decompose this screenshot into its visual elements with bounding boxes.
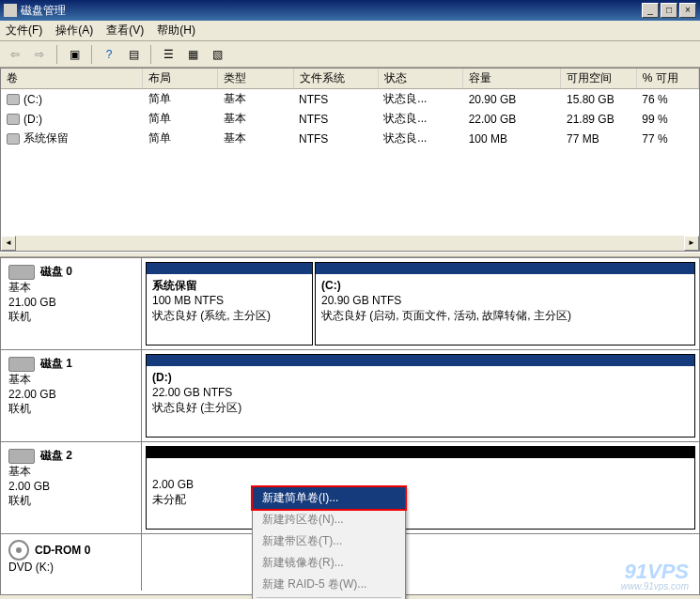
cdrom-icon	[8, 540, 29, 561]
partition-title: (D:)	[152, 371, 172, 384]
col-type[interactable]: 类型	[218, 69, 293, 89]
disk-label: 磁盘 0	[40, 264, 72, 280]
window-buttons: _ □ ×	[642, 3, 696, 18]
disk-kind: 基本	[8, 280, 133, 296]
volume-icon	[7, 114, 20, 125]
toolbar-separator	[91, 45, 92, 64]
vol-status: 状态良...	[378, 129, 462, 148]
partition-unallocated[interactable]: 2.00 GB 未分配	[146, 446, 695, 530]
vol-name: (D:)	[23, 113, 42, 126]
toolbar-separator	[56, 45, 57, 64]
close-button[interactable]: ×	[679, 3, 696, 18]
window-title: 磁盘管理	[21, 3, 642, 19]
vol-status: 状态良...	[378, 109, 462, 129]
partition-stripe	[147, 355, 694, 366]
volume-row[interactable]: 系统保留 简单 基本 NTFS 状态良... 100 MB 77 MB 77 %	[1, 129, 699, 148]
toolbar-separator	[150, 45, 151, 64]
menu-file[interactable]: 文件(F)	[6, 23, 42, 38]
vol-name: 系统保留	[23, 131, 69, 145]
partition-size: 100 MB NTFS	[152, 294, 224, 307]
vol-status: 状态良...	[378, 89, 462, 110]
cdrom-header[interactable]: CD-ROM 0 DVD (K:)	[1, 534, 142, 591]
cdrom-body	[142, 534, 699, 591]
view-top-button[interactable]: ☰	[159, 45, 178, 64]
disk-size: 2.00 GB	[8, 480, 133, 493]
partition-status: 未分配	[152, 493, 186, 506]
context-menu: 新建简单卷(I)... 新建跨区卷(N)... 新建带区卷(T)... 新建镜像…	[252, 486, 406, 599]
toolbar: ⇦ ⇨ ▣ ? ▤ ☰ ▦ ▧	[0, 41, 700, 68]
forward-button[interactable]: ⇨	[30, 45, 49, 64]
partition-size: 22.00 GB NTFS	[152, 386, 232, 399]
disk-row: 磁盘 1 基本 22.00 GB 联机 (D:) 22.00 GB NTFS 状…	[1, 350, 699, 442]
col-status[interactable]: 状态	[378, 69, 462, 89]
scroll-track[interactable]	[16, 236, 684, 251]
disk-row: 磁盘 0 基本 21.00 GB 联机 系统保留 100 MB NTFS 状态良…	[1, 258, 699, 350]
menu-new-raid5-volume: 新建 RAID-5 卷(W)...	[253, 574, 405, 595]
col-capacity[interactable]: 容量	[463, 69, 561, 89]
vol-capacity: 100 MB	[463, 129, 561, 148]
menu-help[interactable]: 帮助(H)	[157, 23, 195, 38]
menu-view[interactable]: 查看(V)	[106, 23, 144, 38]
maximize-button[interactable]: □	[661, 3, 677, 18]
vol-capacity: 22.00 GB	[463, 109, 561, 129]
disk-header[interactable]: 磁盘 2 基本 2.00 GB 联机	[1, 442, 142, 533]
scroll-right-button[interactable]: ►	[684, 236, 699, 251]
settings-button[interactable]: ▧	[208, 45, 226, 64]
vol-free: 77 MB	[561, 129, 636, 148]
disk-label: 磁盘 1	[40, 356, 72, 372]
volume-row[interactable]: (C:) 简单 基本 NTFS 状态良... 20.90 GB 15.80 GB…	[1, 89, 699, 110]
partition-stripe	[147, 447, 694, 458]
vol-type: 基本	[218, 129, 293, 148]
col-volume[interactable]: 卷	[1, 69, 143, 89]
volume-list-pane: 卷 布局 类型 文件系统 状态 容量 可用空间 % 可用 (C:) 简单 基本 …	[0, 68, 700, 252]
disk-icon	[8, 449, 35, 464]
vol-name: (C:)	[23, 93, 42, 106]
vol-fs: NTFS	[293, 129, 378, 148]
scroll-left-button[interactable]: ◄	[1, 236, 16, 251]
col-layout[interactable]: 布局	[143, 69, 218, 89]
partition-status: 状态良好 (主分区)	[152, 401, 241, 414]
volume-row[interactable]: (D:) 简单 基本 NTFS 状态良... 22.00 GB 21.89 GB…	[1, 109, 699, 129]
cdrom-label: CD-ROM 0	[35, 544, 90, 557]
refresh-button[interactable]: ▣	[65, 45, 84, 64]
partition-status: 状态良好 (系统, 主分区)	[152, 309, 271, 322]
view-bottom-button[interactable]: ▦	[183, 45, 202, 64]
col-pctfree[interactable]: % 可用	[636, 69, 698, 89]
help-button[interactable]: ?	[100, 45, 118, 64]
action-button[interactable]: ▤	[124, 45, 143, 64]
minimize-button[interactable]: _	[642, 3, 659, 18]
disk-icon	[8, 357, 35, 372]
horizontal-scrollbar[interactable]: ◄ ►	[1, 236, 699, 251]
menu-new-striped-volume: 新建带区卷(T)...	[253, 530, 405, 552]
disk-state: 联机	[8, 401, 133, 417]
menu-action[interactable]: 操作(A)	[55, 23, 93, 38]
vol-type: 基本	[218, 89, 293, 110]
disk-size: 21.00 GB	[8, 296, 133, 309]
col-fs[interactable]: 文件系统	[293, 69, 378, 89]
menu-bar: 文件(F) 操作(A) 查看(V) 帮助(H)	[0, 21, 700, 41]
disk-header[interactable]: 磁盘 0 基本 21.00 GB 联机	[1, 258, 142, 349]
app-icon	[4, 4, 17, 17]
partition[interactable]: 系统保留 100 MB NTFS 状态良好 (系统, 主分区)	[146, 262, 313, 346]
disk-kind: 基本	[8, 464, 133, 480]
vol-pctfree: 99 %	[636, 109, 698, 129]
vol-free: 15.80 GB	[561, 89, 636, 110]
partition[interactable]: (D:) 22.00 GB NTFS 状态良好 (主分区)	[146, 354, 695, 438]
volume-table: 卷 布局 类型 文件系统 状态 容量 可用空间 % 可用 (C:) 简单 基本 …	[1, 69, 699, 148]
menu-new-simple-volume[interactable]: 新建简单卷(I)...	[253, 487, 405, 509]
disk-body: 2.00 GB 未分配	[142, 442, 699, 533]
menu-new-mirror-volume: 新建镜像卷(R)...	[253, 552, 405, 574]
disk-state: 联机	[8, 493, 133, 509]
back-button[interactable]: ⇦	[6, 45, 24, 64]
vol-layout: 简单	[143, 109, 218, 129]
disk-body: 系统保留 100 MB NTFS 状态良好 (系统, 主分区) (C:) 20.…	[142, 258, 699, 349]
disk-header[interactable]: 磁盘 1 基本 22.00 GB 联机	[1, 350, 142, 441]
volume-icon	[7, 133, 20, 145]
col-free[interactable]: 可用空间	[561, 69, 636, 89]
partition-title: 系统保留	[152, 279, 197, 292]
cdrom-line2: DVD (K:)	[8, 561, 133, 574]
partition[interactable]: (C:) 20.90 GB NTFS 状态良好 (启动, 页面文件, 活动, 故…	[315, 262, 695, 346]
vol-layout: 简单	[143, 89, 218, 110]
disk-icon	[8, 265, 35, 280]
title-bar: 磁盘管理 _ □ ×	[0, 0, 700, 21]
